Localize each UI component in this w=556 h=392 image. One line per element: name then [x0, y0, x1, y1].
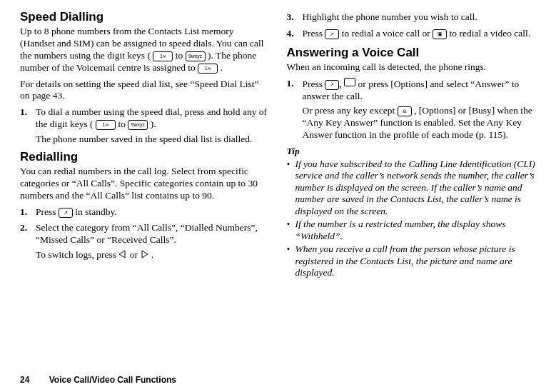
- answer-step-1: 1. Press ↗, or press [Options] and selec…: [287, 78, 537, 141]
- text: ).: [151, 119, 156, 129]
- text: to redial a voice call or: [342, 28, 433, 39]
- footer-title: Voice Call/Video Call Functions: [49, 375, 176, 385]
- send-key-icon: ↗: [59, 208, 73, 218]
- text: Press: [36, 206, 59, 217]
- center-key-icon: [344, 78, 355, 86]
- speed-step-1: 1. To dial a number using the speed dial…: [20, 106, 270, 146]
- keycap-9-icon: 9wxyz: [186, 51, 206, 61]
- svg-marker-1: [142, 251, 148, 258]
- redial-step-2: 2. Select the category from “All Calls”,…: [20, 222, 270, 262]
- page-footer: 24 Voice Call/Video Call Functions: [20, 369, 536, 392]
- heading-speed-dialling: Speed Dialling: [20, 10, 270, 24]
- speed-paragraph-2: For details on setting the speed dial li…: [20, 79, 270, 103]
- step-body: Select the category from “All Calls”, “D…: [36, 222, 270, 262]
- tip-item: • When you receive a call from the perso…: [287, 243, 537, 278]
- text: in standby.: [75, 206, 116, 217]
- right-arrow-icon: [140, 250, 148, 262]
- step-number: 2.: [20, 222, 30, 262]
- step-number: 4.: [287, 28, 297, 40]
- tip-text: When you receive a call from the person …: [295, 243, 537, 278]
- step-number: 1.: [287, 78, 297, 141]
- heading-redialling: Redialling: [20, 150, 270, 164]
- text: or: [130, 249, 141, 260]
- bullet-icon: •: [287, 243, 293, 278]
- redial-steps-cont: 3. Highlight the phone number you wish t…: [287, 11, 537, 40]
- text: to redial a video call.: [450, 28, 531, 39]
- send-key-icon: ↗: [325, 80, 339, 90]
- keycap-1-icon: 1∞: [198, 64, 218, 74]
- send-key-icon: ↗: [325, 29, 339, 39]
- keycap-9-icon: 9wxyz: [128, 120, 148, 130]
- speed-paragraph-1: Up to 8 phone numbers from the Contacts …: [20, 26, 270, 74]
- redial-steps: 1. Press ↗ in standby. 2. Select the cat…: [20, 206, 270, 263]
- video-key-icon: ▣: [433, 29, 447, 39]
- svg-marker-0: [119, 251, 125, 258]
- tip-text: If you have subscribed to the Calling Li…: [295, 159, 537, 217]
- redial-step-3: 3. Highlight the phone number you wish t…: [287, 11, 537, 24]
- tip-heading: Tip: [287, 146, 537, 157]
- text: to: [118, 119, 128, 129]
- text: Press: [303, 79, 325, 89]
- speed-steps: 1. To dial a number using the speed dial…: [20, 106, 270, 146]
- step-body: Press ↗ to redial a voice call or ▣ to r…: [303, 28, 537, 40]
- step-body: Press ↗ in standby.: [36, 206, 270, 218]
- heading-answering: Answering a Voice Call: [287, 46, 537, 60]
- keycap-1-icon: 1∞: [96, 120, 116, 130]
- keycap-1-icon: 1∞: [153, 51, 173, 61]
- tip-list: • If you have subscribed to the Calling …: [287, 159, 537, 279]
- redial-paragraph-1: You can redial numbers in the call log. …: [20, 166, 270, 202]
- text: .: [221, 62, 223, 73]
- text: To switch logs, press: [36, 249, 118, 260]
- left-arrow-icon: [118, 250, 127, 262]
- page: Speed Dialling Up to 8 phone numbers fro…: [0, 0, 556, 392]
- tip-item: • If the number is a restricted number, …: [287, 218, 537, 242]
- step-number: 1.: [20, 206, 30, 218]
- end-key-icon: ⊘: [398, 106, 412, 116]
- bullet-icon: •: [287, 159, 293, 217]
- text: to: [176, 50, 186, 61]
- step-sub: Or press any key except ⊘ , [Options] or…: [303, 105, 537, 141]
- text: ,: [339, 79, 344, 89]
- right-column: 3. Highlight the phone number you wish t…: [287, 10, 537, 369]
- text: Press: [303, 28, 325, 39]
- tip-item: • If you have subscribed to the Calling …: [287, 159, 537, 217]
- text: Or press any key except: [303, 105, 398, 116]
- step-number: 3.: [287, 11, 297, 24]
- answer-paragraph-1: When an incoming call is detected, the p…: [287, 61, 537, 74]
- step-sub: The phone number saved in the speed dial…: [36, 134, 270, 146]
- left-column: Speed Dialling Up to 8 phone numbers fro…: [20, 10, 270, 369]
- redial-step-1: 1. Press ↗ in standby.: [20, 206, 270, 218]
- step-body: Highlight the phone number you wish to c…: [303, 11, 537, 24]
- bullet-icon: •: [287, 218, 293, 242]
- answer-steps: 1. Press ↗, or press [Options] and selec…: [287, 78, 537, 141]
- text: .: [151, 249, 153, 260]
- redial-step-4: 4. Press ↗ to redial a voice call or ▣ t…: [287, 28, 537, 40]
- page-number: 24: [20, 375, 29, 385]
- columns: Speed Dialling Up to 8 phone numbers fro…: [20, 10, 536, 369]
- step-body: Press ↗, or press [Options] and select “…: [303, 78, 537, 141]
- tip-text: If the number is a restricted number, th…: [295, 218, 537, 242]
- step-sub: To switch logs, press or .: [36, 249, 270, 262]
- step-body: To dial a number using the speed dial, p…: [36, 106, 270, 146]
- text: Select the category from “All Calls”, “D…: [36, 222, 258, 245]
- step-number: 1.: [20, 106, 30, 146]
